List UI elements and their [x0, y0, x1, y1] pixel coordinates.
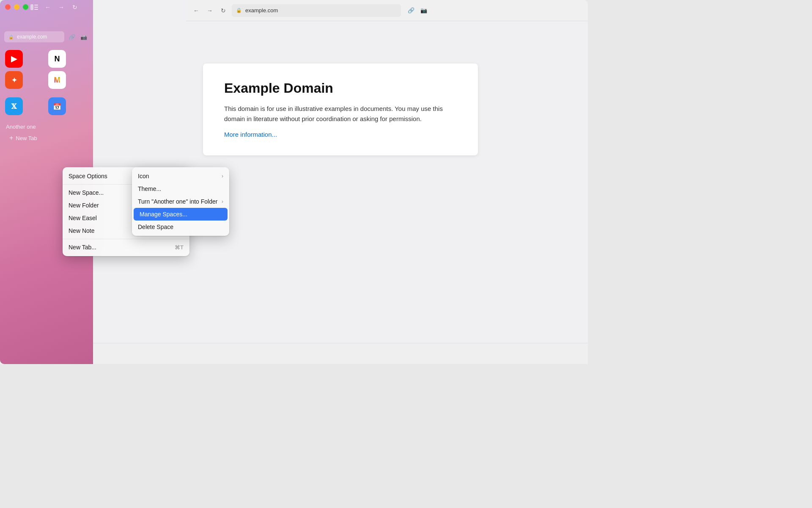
secondary-context-menu[interactable]: Icon › Theme... Turn "Another one" into … — [132, 167, 229, 236]
favicon-gmail[interactable]: M — [48, 71, 66, 89]
link-icon[interactable]: 🔗 — [67, 32, 77, 42]
favicon-youtube[interactable]: ▶ — [5, 50, 23, 68]
menu-item-new-tab[interactable]: New Tab... ⌘T — [63, 241, 189, 254]
favicon-twitter[interactable]: 𝕏 — [5, 97, 23, 115]
menu-item-delete-space-label: Delete Space — [138, 224, 223, 230]
space-label: Another one — [0, 120, 93, 132]
more-info-link[interactable]: More information... — [224, 131, 277, 138]
menu-item-icon-label: Icon — [138, 173, 222, 179]
back-icon[interactable]: ← — [43, 3, 52, 12]
camera-icon[interactable]: 📷 — [79, 32, 89, 42]
new-tab-shortcut: ⌘T — [175, 244, 184, 251]
icon-submenu-arrow: › — [222, 173, 223, 179]
menu-item-delete-space[interactable]: Delete Space — [132, 221, 229, 233]
browser-toolbar: ← → ↻ 🔒 example.com 🔗 📷 — [186, 0, 588, 21]
sidebar-favicons: ▶ N ✦ M — [0, 45, 93, 94]
page-body: This domain is for use in illustrative e… — [224, 104, 457, 124]
minimize-button[interactable] — [14, 4, 19, 10]
maximize-button[interactable] — [23, 4, 28, 10]
svg-rect-0 — [30, 4, 33, 10]
favicon-notion[interactable]: N — [48, 50, 66, 68]
sidebar-toggle-icon[interactable] — [30, 3, 39, 12]
sidebar-favicons-row2: 𝕏 📅 — [0, 92, 93, 120]
reload-nav-button[interactable]: ↻ — [218, 6, 228, 16]
address-bar[interactable]: 🔒 example.com — [4, 31, 64, 42]
forward-nav-button[interactable]: → — [205, 6, 215, 16]
traffic-lights — [5, 4, 28, 10]
link-action-icon[interactable]: 🔗 — [406, 6, 416, 16]
svg-rect-3 — [34, 9, 38, 10]
turn-into-folder-arrow: › — [222, 199, 223, 204]
menu-item-turn-into-folder[interactable]: Turn "Another one" into Folder › — [132, 195, 229, 208]
favicon-figma[interactable]: ✦ — [5, 71, 23, 89]
svg-rect-2 — [34, 7, 38, 8]
menu-item-new-tab-label: New Tab... — [69, 244, 175, 251]
camera-action-icon[interactable]: 📷 — [419, 6, 429, 16]
page-title: Example Domain — [224, 80, 457, 96]
menu-item-manage-spaces[interactable]: Manage Spaces... — [134, 208, 228, 221]
close-button[interactable] — [5, 4, 11, 10]
menu-separator-2 — [63, 239, 189, 239]
svg-rect-1 — [34, 5, 38, 6]
new-tab-button[interactable]: + New Tab — [3, 132, 90, 144]
menu-item-manage-spaces-label: Manage Spaces... — [140, 211, 222, 218]
menu-item-icon[interactable]: Icon › — [132, 170, 229, 182]
forward-icon[interactable]: → — [57, 3, 66, 12]
favicon-calendar[interactable]: 📅 — [48, 97, 66, 115]
reload-icon[interactable]: ↻ — [70, 3, 80, 12]
back-nav-button[interactable]: ← — [191, 6, 201, 16]
content-card: Example Domain This domain is for use in… — [203, 64, 478, 155]
menu-item-theme-label: Theme... — [138, 185, 223, 192]
main-address-bar[interactable]: 🔒 example.com — [232, 4, 401, 17]
menu-item-turn-into-folder-label: Turn "Another one" into Folder — [138, 198, 222, 205]
menu-item-theme[interactable]: Theme... — [132, 182, 229, 195]
sidebar-top-icons: ← → ↻ — [30, 3, 80, 12]
